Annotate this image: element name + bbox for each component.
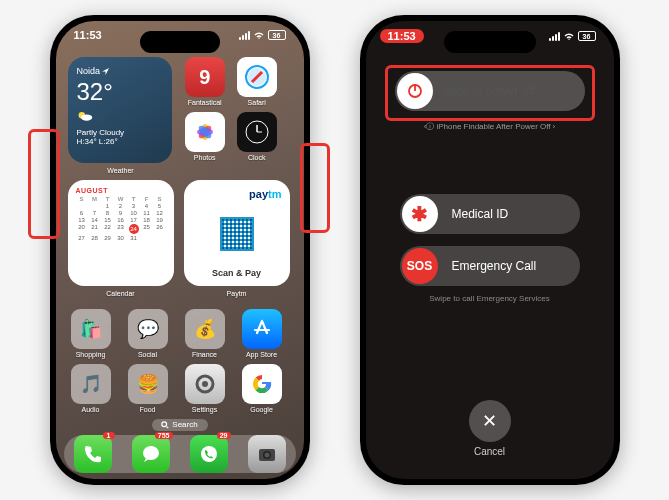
badge: 755	[155, 432, 173, 439]
folder-icon: 🎵	[71, 364, 111, 404]
weather-temp: 32°	[77, 78, 163, 106]
app-clock[interactable]: Clock	[234, 112, 280, 161]
paytm-logo: paytm	[249, 188, 281, 200]
calendar-grid: SMTWTFS 12345 6789101112 13141516171819 …	[76, 196, 166, 241]
search-button[interactable]: Search	[152, 419, 208, 431]
svg-line-15	[167, 426, 169, 428]
status-time: 11:53	[74, 29, 102, 41]
app-label: App Store	[246, 351, 277, 358]
app-label: Settings	[192, 406, 217, 413]
cellular-icon	[239, 31, 250, 40]
app-food[interactable]: 🍔Food	[125, 364, 171, 413]
emergency-call-slider[interactable]: SOS Emergency Call	[400, 246, 580, 286]
status-bar: 11:53 36	[56, 29, 304, 41]
close-icon: ✕	[469, 400, 511, 442]
app-shopping[interactable]: 🛍️Shopping	[68, 309, 114, 358]
messages-app[interactable]: 755	[132, 435, 170, 473]
google-icon	[242, 364, 282, 404]
widget-label: Calendar	[68, 290, 174, 297]
safari-icon	[237, 57, 277, 97]
camera-app[interactable]	[248, 435, 286, 473]
iphone-home-mockup: 11:53 36 Noida 32° Partly Cloudy H:34° L…	[50, 15, 310, 485]
dock: 1 755 29	[64, 435, 296, 473]
widget-label: Paytm	[184, 290, 290, 297]
cellular-icon	[549, 32, 560, 41]
side-button-highlight	[300, 143, 330, 233]
iphone-power-off-mockup: 11:53 36 slide to power off ‹ⓘ iPhone Fi…	[360, 15, 620, 485]
wifi-icon	[563, 32, 575, 41]
phone-app[interactable]: 1	[74, 435, 112, 473]
app-google[interactable]: Google	[239, 364, 285, 413]
folder-icon: 💰	[185, 309, 225, 349]
app-social[interactable]: 💬Social	[125, 309, 171, 358]
medical-knob[interactable]: ✱	[402, 196, 438, 232]
calendar-widget[interactable]: AUGUST SMTWTFS 12345 6789101112 13141516…	[68, 180, 174, 286]
messages-icon	[140, 443, 162, 465]
app-label: Safari	[248, 99, 266, 106]
phone-icon	[82, 443, 104, 465]
status-time: 11:53	[380, 29, 424, 43]
app-fantastical[interactable]: 9 Fantastical	[182, 57, 228, 106]
app-label: Photos	[194, 154, 216, 161]
wifi-icon	[253, 31, 265, 40]
app-label: Food	[140, 406, 156, 413]
whatsapp-app[interactable]: 29	[190, 435, 228, 473]
folder-icon: 🍔	[128, 364, 168, 404]
app-settings[interactable]: Settings	[182, 364, 228, 413]
search-icon	[161, 421, 169, 429]
cancel-label: Cancel	[474, 446, 505, 457]
status-indicators: 36	[239, 29, 286, 41]
status-indicators: 36	[549, 29, 596, 43]
app-audio[interactable]: 🎵Audio	[68, 364, 114, 413]
svg-point-16	[143, 446, 159, 460]
medical-label: Medical ID	[452, 207, 509, 221]
home-content: Noida 32° Partly Cloudy H:34° L:26° 9 Fa…	[56, 21, 304, 479]
volume-buttons-highlight	[28, 129, 60, 239]
status-bar: 11:53 36	[366, 29, 614, 43]
svg-point-1	[81, 114, 92, 120]
battery-icon: 36	[578, 31, 596, 41]
whatsapp-icon	[198, 443, 220, 465]
app-photos[interactable]: Photos	[182, 112, 228, 161]
gear-icon	[185, 364, 225, 404]
camera-icon	[256, 443, 278, 465]
svg-point-13	[202, 381, 208, 387]
cancel-button[interactable]: ✕ Cancel	[469, 400, 511, 457]
svg-point-20	[264, 452, 269, 457]
home-screen: 11:53 36 Noida 32° Partly Cloudy H:34° L…	[56, 21, 304, 479]
app-label: Clock	[248, 154, 266, 161]
app-label: Audio	[82, 406, 100, 413]
location-icon	[102, 68, 109, 75]
paytm-action: Scan & Pay	[212, 268, 261, 278]
weather-city: Noida	[77, 66, 163, 76]
medical-id-slider[interactable]: ✱ Medical ID	[400, 194, 580, 234]
findable-text[interactable]: ‹ⓘ iPhone Findable After Power Off ›	[424, 121, 555, 132]
photos-icon	[185, 112, 225, 152]
fantastical-icon: 9	[185, 57, 225, 97]
weather-condition: Partly Cloudy	[77, 128, 163, 137]
paytm-widget[interactable]: paytm Scan & Pay	[184, 180, 290, 286]
folder-icon: 🛍️	[71, 309, 111, 349]
app-label: Google	[250, 406, 273, 413]
svg-point-17	[201, 446, 217, 462]
weather-widget[interactable]: Noida 32° Partly Cloudy H:34° L:26°	[68, 57, 172, 163]
app-label: Social	[138, 351, 157, 358]
folder-icon: 💬	[128, 309, 168, 349]
badge: 1	[103, 432, 115, 439]
sos-icon: SOS	[407, 259, 432, 273]
app-finance[interactable]: 💰Finance	[182, 309, 228, 358]
partly-cloudy-icon	[77, 110, 93, 122]
clock-icon	[237, 112, 277, 152]
widget-label: Weather	[68, 167, 174, 174]
badge: 29	[217, 432, 231, 439]
calendar-month: AUGUST	[76, 187, 166, 194]
battery-icon: 36	[268, 30, 286, 40]
app-safari[interactable]: Safari	[234, 57, 280, 106]
app-appstore[interactable]: App Store	[239, 309, 285, 358]
sos-knob[interactable]: SOS	[402, 248, 438, 284]
app-label: Finance	[192, 351, 217, 358]
appstore-icon	[242, 309, 282, 349]
weather-highlow: H:34° L:26°	[77, 137, 163, 146]
app-label: Shopping	[76, 351, 106, 358]
swipe-hint: Swipe to call Emergency Services	[429, 294, 550, 303]
